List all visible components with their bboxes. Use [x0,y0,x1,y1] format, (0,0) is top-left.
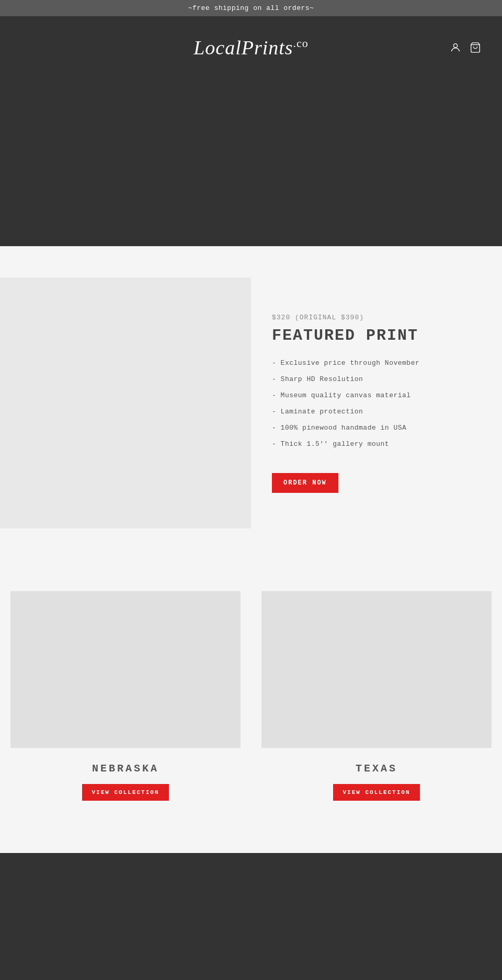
logo-suffix: .co [293,37,309,50]
header: LocalPrints.co [0,16,502,79]
featured-features-list: Exclusive price through NovemberSharp HD… [272,359,471,456]
feature-item: Museum quality canvas material [272,391,471,399]
view-collection-button[interactable]: VIEW COLLECTION [333,784,419,801]
hero-section [0,79,502,246]
announcement-bar: ~free shipping on all orders~ [0,0,502,16]
site-logo: LocalPrints.co [193,36,309,59]
footer [0,853,502,980]
feature-item: Thick 1.5'' gallery mount [272,440,471,448]
collection-item: NEBRASKAVIEW COLLECTION [0,560,251,822]
svg-point-0 [453,44,457,48]
featured-section: $320 (ORIGINAL $390) FEATURED PRINT Excl… [0,246,502,560]
collection-image [261,591,492,748]
featured-price: $320 (ORIGINAL $390) [272,314,471,321]
collection-title: NEBRASKA [92,763,159,775]
feature-item: Sharp HD Resolution [272,375,471,383]
featured-title: FEATURED PRINT [272,327,471,344]
cart-button[interactable] [470,42,481,53]
feature-item: Laminate protection [272,408,471,416]
collection-title: TEXAS [356,763,397,775]
collection-image [10,591,241,748]
login-button[interactable] [450,42,461,53]
view-collection-button[interactable]: VIEW COLLECTION [82,784,168,801]
announcement-text: ~free shipping on all orders~ [188,4,314,12]
cart-icon [470,42,481,53]
collections-section: NEBRASKAVIEW COLLECTIONTEXASVIEW COLLECT… [0,560,502,853]
person-icon [450,42,461,53]
logo-text: LocalPrints [193,37,293,59]
feature-item: 100% pinewood handmade in USA [272,424,471,432]
featured-content: $320 (ORIGINAL $390) FEATURED PRINT Excl… [251,278,502,528]
featured-image [0,278,251,528]
header-icons [450,42,481,53]
order-now-button[interactable]: ORDER NOW [272,473,338,493]
feature-item: Exclusive price through November [272,359,471,367]
collection-item: TEXASVIEW COLLECTION [251,560,502,822]
